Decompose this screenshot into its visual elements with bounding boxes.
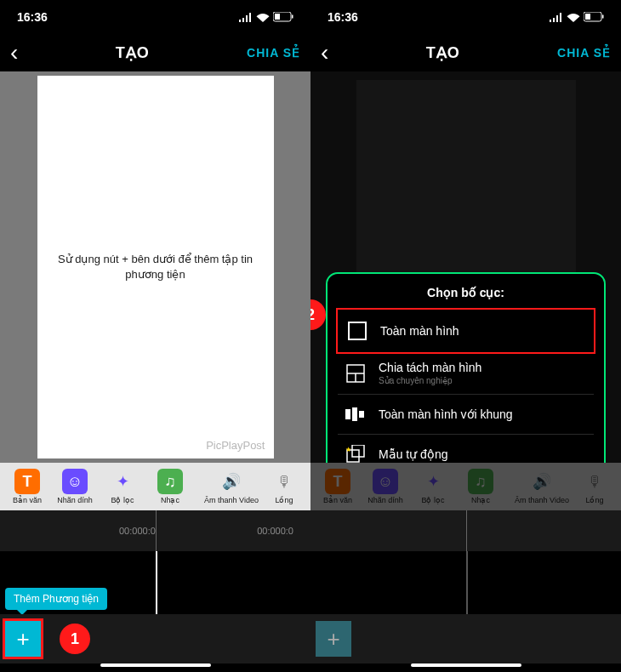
playhead-mark bbox=[156, 510, 157, 551]
home-indicator[interactable] bbox=[411, 663, 521, 667]
filter-icon: ✦ bbox=[420, 469, 446, 494]
filter-icon: ✦ bbox=[110, 469, 135, 494]
svg-rect-10 bbox=[345, 409, 350, 419]
status-time: 16:36 bbox=[17, 10, 48, 24]
add-media-tooltip: Thêm Phương tiện bbox=[5, 588, 107, 610]
tool-music: ♫Nhạc bbox=[457, 469, 504, 504]
music-icon: ♫ bbox=[468, 469, 493, 494]
svg-rect-2 bbox=[292, 15, 293, 19]
track[interactable]: Thêm Phương tiện bbox=[0, 551, 310, 614]
watermark: PicPlayPost bbox=[206, 439, 265, 452]
home-indicator[interactable] bbox=[100, 663, 211, 667]
tool-sound: 🔊Âm thanh Video bbox=[504, 469, 579, 504]
tool-music[interactable]: ♫Nhạc bbox=[146, 469, 194, 504]
fullscreen-icon bbox=[346, 320, 368, 342]
mic-icon: 🎙 bbox=[582, 469, 607, 494]
svg-rect-12 bbox=[359, 411, 364, 418]
tool-text[interactable]: TBản văn bbox=[3, 469, 51, 504]
header: ‹ TẠO CHIA SẺ bbox=[0, 34, 310, 71]
playhead[interactable] bbox=[156, 551, 157, 614]
svg-rect-6 bbox=[349, 322, 366, 339]
canvas[interactable]: Sử dụng nút + bên dưới để thêm tập tin p… bbox=[37, 76, 274, 458]
bottom-bar: + bbox=[310, 614, 621, 663]
tool-filter: ✦Bộ lọc bbox=[409, 469, 457, 504]
screen-left: 16:36 ‹ TẠO CHIA SẺ Sử dụng nút + bên dư… bbox=[0, 0, 310, 672]
svg-rect-4 bbox=[585, 14, 590, 20]
playhead-mark bbox=[466, 510, 467, 551]
sound-icon: 🔊 bbox=[529, 469, 555, 494]
share-button[interactable]: CHIA SẺ bbox=[247, 46, 300, 60]
tool-text: TBản văn bbox=[314, 469, 362, 504]
toolbar: TBản văn ☺Nhãn dính ✦Bộ lọc ♫Nhạc 🔊Âm th… bbox=[0, 463, 310, 510]
sound-icon: 🔊 bbox=[219, 469, 244, 494]
svg-rect-5 bbox=[602, 15, 604, 19]
canvas-hint: Sử dụng nút + bên dưới để thêm tập tin p… bbox=[54, 252, 257, 282]
frame-icon bbox=[345, 403, 367, 425]
track bbox=[310, 551, 621, 614]
bottom-bar: + 1 bbox=[0, 614, 310, 663]
share-button[interactable]: CHIA SẺ bbox=[557, 46, 611, 60]
add-media-button: + bbox=[316, 621, 351, 657]
svg-rect-14 bbox=[352, 445, 364, 457]
text-icon: T bbox=[14, 469, 40, 494]
back-button[interactable]: ‹ bbox=[10, 39, 18, 66]
status-time: 16:36 bbox=[328, 10, 358, 24]
layout-split[interactable]: Chia tách màn hìnhSửa chuyên nghiệp bbox=[338, 352, 594, 395]
screen-right: 16:36 ‹ TẠO CHIA SẺ Chọn bố cục: Toàn mà… bbox=[310, 0, 621, 672]
tool-dub: 🎙Lồng bbox=[579, 469, 610, 504]
mic-icon: 🎙 bbox=[271, 469, 297, 494]
timeline bbox=[310, 510, 621, 551]
tool-sticker: ☺Nhãn dính bbox=[362, 469, 409, 504]
tool-sticker[interactable]: ☺Nhãn dính bbox=[51, 469, 99, 504]
time-start: 00:000:0 bbox=[119, 526, 156, 536]
page-title: TẠO bbox=[116, 43, 150, 62]
sticker-icon: ☺ bbox=[62, 469, 88, 494]
music-icon: ♫ bbox=[157, 469, 183, 494]
layout-fullscreen[interactable]: Toàn màn hình bbox=[339, 311, 592, 350]
status-icons bbox=[239, 12, 293, 22]
playhead bbox=[466, 551, 468, 614]
canvas-area: Chọn bố cục: Toàn màn hình Chia tách màn… bbox=[310, 71, 621, 463]
time-end: 00:000:0 bbox=[257, 526, 293, 536]
svg-rect-1 bbox=[275, 14, 280, 20]
highlight-add bbox=[3, 618, 43, 659]
tool-dub[interactable]: 🎙Lồng bbox=[269, 469, 299, 504]
layout-frame[interactable]: Toàn màn hình với khung bbox=[338, 395, 594, 435]
modal-title: Chọn bố cục: bbox=[338, 286, 594, 299]
svg-rect-11 bbox=[352, 407, 357, 421]
header: ‹ TẠO CHIA SẺ bbox=[310, 34, 621, 71]
timeline[interactable]: 00:000:0 00:000:0 bbox=[0, 510, 310, 551]
split-icon bbox=[345, 362, 367, 384]
tool-filter[interactable]: ✦Bộ lọc bbox=[99, 469, 146, 504]
svg-text:★: ★ bbox=[345, 446, 351, 453]
sticker-icon: ☺ bbox=[373, 469, 398, 494]
page-title: TẠO bbox=[426, 43, 460, 62]
tool-sound[interactable]: 🔊Âm thanh Video bbox=[194, 469, 269, 504]
step-badge-1: 1 bbox=[60, 624, 90, 654]
status-icons bbox=[550, 12, 604, 22]
text-icon: T bbox=[325, 469, 350, 494]
status-bar: 16:36 bbox=[0, 0, 310, 34]
status-bar: 16:36 bbox=[310, 0, 621, 34]
back-button[interactable]: ‹ bbox=[321, 39, 328, 66]
toolbar: TBản văn ☺Nhãn dính ✦Bộ lọc ♫Nhạc 🔊Âm th… bbox=[310, 463, 621, 510]
canvas-area: Sử dụng nút + bên dưới để thêm tập tin p… bbox=[0, 71, 310, 463]
